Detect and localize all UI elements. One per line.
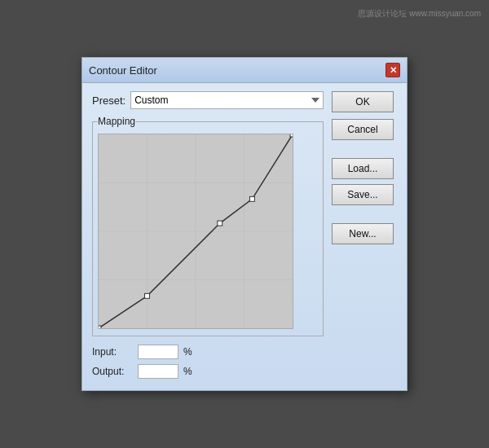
left-panel: Preset: Custom Mapping [92, 91, 324, 379]
output-value[interactable] [138, 364, 178, 379]
output-label: Output: [92, 366, 133, 377]
curve-canvas[interactable] [98, 134, 293, 329]
ok-button[interactable]: OK [332, 91, 394, 112]
input-row: Input: % [92, 345, 324, 359]
preset-row: Preset: Custom [92, 91, 324, 109]
input-unit: % [183, 346, 192, 358]
dialog-title: Contour Editor [89, 64, 157, 77]
svg-rect-9 [290, 134, 293, 137]
input-output-area: Input: % Output: % [92, 345, 324, 379]
mapping-legend: Mapping [98, 116, 135, 127]
svg-rect-10 [99, 326, 101, 328]
titlebar: Contour Editor ✕ [82, 58, 407, 83]
close-button[interactable]: ✕ [385, 63, 400, 77]
mapping-group: Mapping [92, 116, 324, 336]
svg-rect-6 [145, 293, 150, 298]
save-button[interactable]: Save... [332, 184, 394, 205]
input-value[interactable] [138, 345, 178, 359]
right-panel: OK Cancel Load... Save... New... [332, 91, 397, 379]
cancel-button[interactable]: Cancel [332, 119, 394, 140]
output-row: Output: % [92, 364, 324, 379]
svg-rect-7 [218, 221, 222, 226]
input-label: Input: [92, 346, 133, 358]
preset-label: Preset: [92, 94, 126, 107]
new-button[interactable]: New... [332, 223, 394, 244]
svg-rect-8 [249, 196, 254, 201]
dialog-window: Contour Editor ✕ Preset: Custom Mapping [82, 57, 408, 391]
preset-select[interactable]: Custom [130, 91, 324, 109]
output-unit: % [183, 366, 192, 377]
dialog-body: Preset: Custom Mapping [82, 83, 407, 390]
load-button[interactable]: Load... [332, 158, 394, 179]
watermark: 思源设计论坛 www.missyuan.com [358, 8, 481, 20]
